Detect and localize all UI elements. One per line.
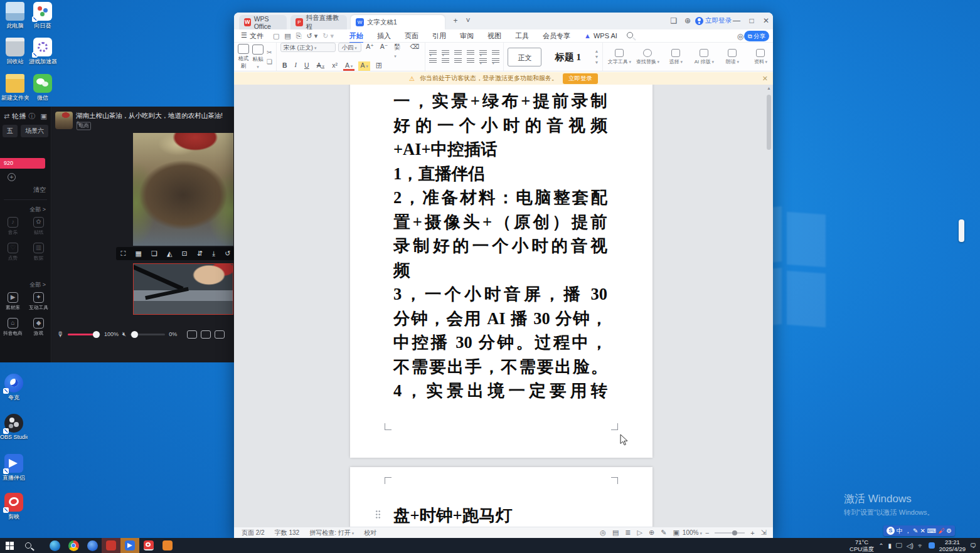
- shading-icon[interactable]: [492, 58, 499, 64]
- ime-punct-icon[interactable]: ，: [905, 525, 911, 536]
- playlist-selected-item[interactable]: 920: [0, 158, 45, 169]
- mic-icon[interactable]: 🎙︎: [57, 330, 64, 338]
- taskbar-orange-app[interactable]: [158, 538, 177, 553]
- fullscreen-icon[interactable]: ⛶: [121, 250, 126, 258]
- taskbar-clock[interactable]: 23:21 2025/4/29: [939, 539, 966, 552]
- change-case-icon[interactable]: 媝: [392, 43, 405, 59]
- login-entry[interactable]: 立即登录: [695, 16, 732, 25]
- rotate-icon[interactable]: ↺: [225, 250, 230, 258]
- outline-view-icon[interactable]: ≣: [622, 529, 634, 537]
- tray-volume-icon[interactable]: ◁): [907, 542, 913, 549]
- flip-icon[interactable]: ◭: [167, 250, 172, 258]
- notice-close-icon[interactable]: ✕: [762, 75, 768, 83]
- desktop-icon-quark[interactable]: 夸克: [0, 374, 28, 402]
- save-icon[interactable]: ▢: [270, 32, 282, 40]
- menu-home[interactable]: 开始: [343, 31, 370, 41]
- redo-icon[interactable]: ↻ ▾: [320, 32, 336, 40]
- vertical-scrollbar[interactable]: ▲: [766, 86, 772, 525]
- tool-ecommerce[interactable]: ⌂抖音电商: [0, 318, 26, 337]
- speaker-volume-slider[interactable]: [130, 334, 165, 335]
- share-button[interactable]: ⧉ 分享: [744, 31, 769, 41]
- play-view-icon[interactable]: ▷: [634, 529, 646, 537]
- loop-icon[interactable]: ⇄: [4, 112, 9, 120]
- style-heading1[interactable]: 标题 1: [545, 46, 591, 68]
- desktop-icon-this-pc[interactable]: 此电脑: [1, 2, 29, 30]
- speaker-muted-icon[interactable]: 🔇︎: [122, 330, 126, 338]
- tab-pdf-doc[interactable]: P 抖音直播教程: [290, 15, 347, 29]
- taskbar-browser-blue[interactable]: [83, 538, 102, 553]
- mic-volume-slider[interactable]: [68, 334, 100, 335]
- tab-text-document[interactable]: W 文字文稿1: [351, 15, 445, 29]
- web-view-icon[interactable]: ⊕: [646, 529, 658, 537]
- style-down-icon[interactable]: ▼: [594, 55, 599, 59]
- tool-games[interactable]: ◆游戏: [26, 318, 51, 337]
- tray-display-icon[interactable]: 🖵︎: [896, 542, 902, 549]
- download-icon[interactable]: ⤓: [212, 250, 215, 258]
- style-more-icon[interactable]: ▼: [594, 60, 599, 65]
- screen-share-icon[interactable]: [215, 330, 225, 339]
- tool-music[interactable]: ♪音乐: [0, 217, 26, 236]
- desktop-icon-sunflower[interactable]: 向日葵: [29, 2, 56, 30]
- paragraph-drag-handle[interactable]: [375, 510, 381, 519]
- underline-button[interactable]: U: [302, 61, 311, 71]
- ime-language-bar[interactable]: S 中 ， ✎ ✕ ⌨︎ 🖌︎ ⚙︎: [883, 525, 955, 536]
- minimize-button[interactable]: —: [731, 16, 742, 26]
- taskbar-jianying[interactable]: [139, 538, 158, 553]
- scroll-up-icon[interactable]: ▲: [766, 86, 772, 90]
- zoom-level[interactable]: 100%: [683, 529, 702, 536]
- eye-protect-icon[interactable]: ◎: [597, 529, 609, 537]
- text-direction-icon[interactable]: [479, 50, 487, 56]
- font-size-select[interactable]: 小四: [338, 43, 361, 52]
- tray-network-icon[interactable]: ᯤ: [918, 542, 924, 549]
- screen-edge-handle[interactable]: [959, 219, 964, 242]
- tool-interactive[interactable]: ✦互动工具: [26, 292, 51, 312]
- menu-view[interactable]: 视图: [481, 31, 508, 41]
- word-count[interactable]: 字数 132: [265, 529, 299, 537]
- align-left-icon[interactable]: [429, 58, 437, 64]
- ai-layout-button[interactable]: AI 排版: [691, 49, 716, 65]
- scene-tab-partial[interactable]: 五: [3, 125, 18, 137]
- menu-review[interactable]: 审阅: [453, 31, 481, 41]
- align-center-icon[interactable]: [442, 58, 449, 64]
- add-icon[interactable]: +: [8, 173, 16, 181]
- export-icon[interactable]: ⎘: [294, 32, 304, 40]
- section-all-1[interactable]: 全部 >: [29, 206, 46, 214]
- italic-button[interactable]: I: [293, 61, 299, 71]
- record-icon[interactable]: [187, 330, 197, 339]
- taskbar-chrome[interactable]: [64, 538, 83, 553]
- ime-mode-indicator[interactable]: 中: [897, 525, 903, 536]
- video-preview-main[interactable]: [133, 133, 233, 246]
- text-tools-button[interactable]: 文字工具: [607, 49, 632, 65]
- desktop-icon-booster[interactable]: 游戏加速器: [29, 38, 56, 66]
- page-view-icon[interactable]: ▤: [609, 529, 622, 537]
- taskbar-live-companion-active[interactable]: [120, 538, 139, 553]
- font-name-select[interactable]: 宋体 (正文): [280, 43, 336, 52]
- new-tab-button[interactable]: +: [450, 16, 461, 26]
- maximize-button[interactable]: □: [746, 16, 757, 26]
- tray-expand-icon[interactable]: ⌃: [878, 542, 883, 549]
- document-page-1[interactable]: 一，实景+绿布+提前录制 好的一个小时的音视频 +AI+中控插话 1，直播伴侣 …: [350, 85, 652, 458]
- tool-like[interactable]: ♡点赞: [0, 243, 26, 262]
- flip-vertical-icon[interactable]: ⇵: [197, 250, 203, 258]
- settings-gear-icon[interactable]: ⊕: [682, 16, 693, 26]
- menu-reference[interactable]: 引用: [425, 31, 453, 41]
- notice-login-button[interactable]: 立即登录: [563, 73, 598, 84]
- strikethrough-button[interactable]: A: [315, 61, 326, 71]
- layout-toggle-icon[interactable]: ❑: [668, 16, 679, 26]
- tray-mic-icon[interactable]: ▮: [888, 542, 892, 549]
- popout-icon[interactable]: ▣: [41, 112, 47, 120]
- menu-insert[interactable]: 插入: [370, 31, 398, 41]
- zoom-in-icon[interactable]: +: [747, 529, 757, 537]
- ime-close-icon[interactable]: ✕: [920, 525, 925, 536]
- menu-page[interactable]: 页面: [398, 31, 425, 41]
- justify-icon[interactable]: [467, 58, 474, 64]
- ime-settings-gear-icon[interactable]: ⚙︎: [946, 525, 952, 536]
- shrink-font-icon[interactable]: A⁻: [378, 43, 390, 59]
- menu-file[interactable]: ☰文件: [234, 31, 270, 41]
- format-painter-button[interactable]: 格式刷: [238, 44, 249, 70]
- bullet-list-icon[interactable]: [429, 50, 437, 56]
- line-spacing-icon[interactable]: [479, 58, 487, 64]
- desktop-icon-folder[interactable]: 新建文件夹: [1, 74, 29, 102]
- cut-icon[interactable]: ✂: [267, 49, 272, 56]
- close-button[interactable]: ✕: [760, 16, 772, 26]
